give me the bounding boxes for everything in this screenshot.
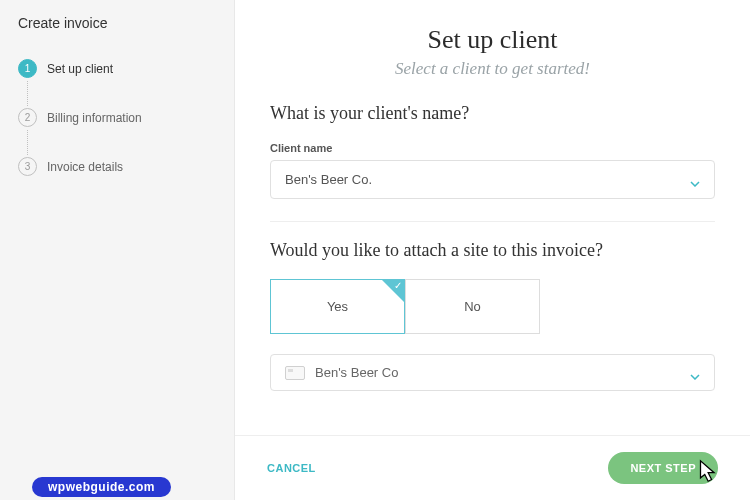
attach-site-heading: Would you like to attach a site to this … — [270, 240, 715, 261]
next-step-button[interactable]: NEXT STEP — [608, 452, 718, 484]
site-thumbnail-icon — [285, 366, 305, 380]
attach-site-yes[interactable]: Yes — [270, 279, 405, 334]
attach-site-options: Yes No — [270, 279, 715, 334]
step-label: Billing information — [47, 111, 142, 125]
step-set-up-client[interactable]: 1 Set up client — [18, 59, 216, 108]
client-name-value: Ben's Beer Co. — [285, 172, 372, 187]
check-icon — [382, 280, 404, 302]
wizard-sidebar: Create invoice 1 Set up client 2 Billing… — [0, 0, 235, 500]
section-divider — [270, 221, 715, 222]
main-panel: Set up client Select a client to get sta… — [235, 0, 750, 500]
step-number-badge: 2 — [18, 108, 37, 127]
step-list: 1 Set up client 2 Billing information 3 … — [18, 59, 216, 206]
page-subtitle: Select a client to get started! — [270, 59, 715, 79]
wizard-footer: CANCEL NEXT STEP — [235, 435, 750, 500]
step-label: Invoice details — [47, 160, 123, 174]
page-title: Set up client — [270, 25, 715, 55]
chevron-down-icon — [690, 368, 700, 378]
attach-site-no[interactable]: No — [405, 279, 540, 334]
client-name-heading: What is your client's name? — [270, 103, 715, 124]
cancel-button[interactable]: CANCEL — [267, 462, 316, 474]
site-select[interactable]: Ben's Beer Co — [270, 354, 715, 391]
option-label: Yes — [327, 299, 348, 314]
option-label: No — [464, 299, 481, 314]
step-label: Set up client — [47, 62, 113, 76]
step-number-badge: 1 — [18, 59, 37, 78]
step-billing-information[interactable]: 2 Billing information — [18, 108, 216, 157]
site-select-value: Ben's Beer Co — [315, 365, 398, 380]
chevron-down-icon — [690, 175, 700, 185]
client-name-select[interactable]: Ben's Beer Co. — [270, 160, 715, 199]
step-invoice-details[interactable]: 3 Invoice details — [18, 157, 216, 206]
sidebar-title: Create invoice — [18, 15, 216, 31]
client-name-field-label: Client name — [270, 142, 715, 154]
step-number-badge: 3 — [18, 157, 37, 176]
watermark-badge: wpwebguide.com — [32, 477, 171, 497]
